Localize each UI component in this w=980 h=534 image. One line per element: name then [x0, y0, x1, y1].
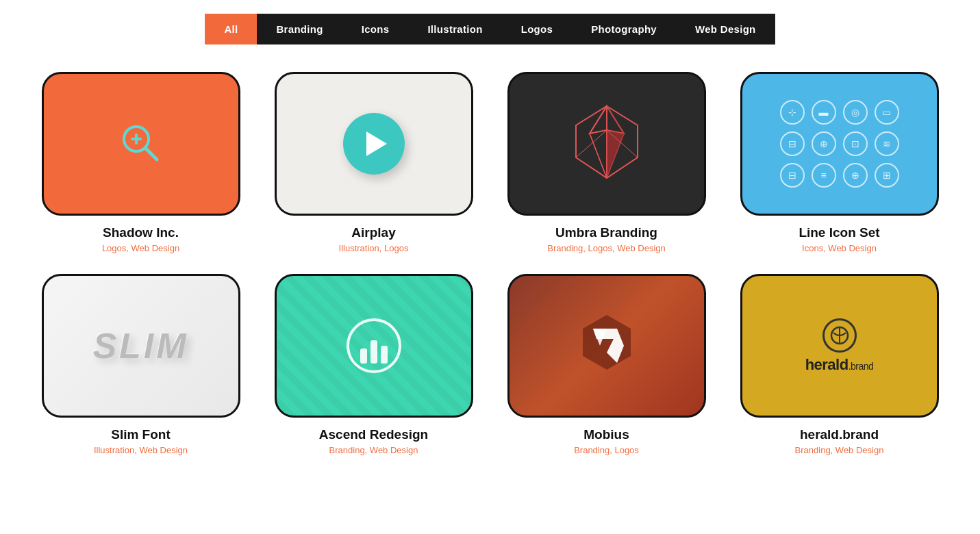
ascend-circle-icon [347, 318, 401, 373]
portfolio-title-herald-brand: herald.brand [800, 427, 879, 442]
portfolio-title-slim-font: Slim Font [111, 427, 171, 442]
icon-tablet: ▭ [875, 100, 899, 125]
icon-cursor: ⊹ [780, 100, 805, 125]
filter-btn-logos[interactable]: Logos [502, 14, 573, 44]
filter-btn-illustration[interactable]: Illustration [408, 14, 501, 44]
icon-lock: ⊕ [812, 131, 836, 156]
portfolio-thumb-slim-font[interactable]: SLIM [42, 274, 240, 418]
svg-line-3 [145, 148, 157, 160]
icon-wifi: ≋ [875, 131, 899, 156]
herald-emblem-icon [822, 318, 857, 353]
portfolio-tags-line-icon-set: Icons, Web Design [802, 243, 877, 253]
svg-line-12 [576, 130, 607, 157]
portfolio-item-shadow-inc: Shadow Inc. Logos, Web Design [38, 72, 244, 253]
portfolio-title-shadow-inc: Shadow Inc. [103, 225, 179, 240]
icon-battery: ⊟ [780, 163, 805, 188]
portfolio-tags-ascend: Branding, Web Design [329, 445, 418, 455]
portfolio-tags-herald-brand: Branding, Web Design [795, 445, 884, 455]
portfolio-title-mobius: Mobius [583, 427, 629, 442]
portfolio-item-airplay: Airplay Illustration, Logos [271, 72, 477, 253]
filter-navigation: All Branding Icons Illustration Logos Ph… [14, 14, 966, 44]
portfolio-tags-slim-font: Illustration, Web Design [94, 445, 188, 455]
icons-grid: ⊹ ▬ ◎ ▭ ⊟ ⊕ ⊡ ≋ ⊟ ≡ ⊕ ⊞ [780, 100, 899, 188]
portfolio-title-ascend: Ascend Redesign [319, 427, 428, 442]
portfolio-thumb-herald-brand[interactable]: herald.brand [740, 274, 939, 418]
mobius-logo-icon [573, 312, 641, 380]
portfolio-title-airplay: Airplay [351, 225, 395, 240]
portfolio-item-ascend: Ascend Redesign Branding, Web Design [271, 274, 477, 455]
icon-network: ⊕ [843, 163, 868, 188]
geometric-diamond-icon [562, 99, 651, 188]
filter-btn-all[interactable]: All [205, 14, 257, 44]
portfolio-thumb-line-icon-set[interactable]: ⊹ ▬ ◎ ▭ ⊟ ⊕ ⊡ ≋ ⊟ ≡ ⊕ ⊞ [740, 72, 939, 216]
filter-btn-icons[interactable]: Icons [342, 14, 409, 44]
portfolio-grid: Shadow Inc. Logos, Web Design Airplay Il… [18, 72, 963, 455]
portfolio-tags-airplay: Illustration, Logos [339, 243, 409, 253]
icon-monitor: ⊡ [843, 131, 868, 156]
portfolio-title-line-icon-set: Line Icon Set [799, 225, 879, 240]
icon-tv: ▬ [812, 100, 836, 125]
portfolio-item-mobius: Mobius Branding, Logos [504, 274, 709, 455]
filter-btn-branding[interactable]: Branding [257, 14, 342, 44]
icon-globe: ◎ [843, 100, 868, 125]
portfolio-item-line-icon-set: ⊹ ▬ ◎ ▭ ⊟ ⊕ ⊡ ≋ ⊟ ≡ ⊕ ⊞ Line Icon Set Ic… [737, 72, 942, 253]
portfolio-thumb-airplay[interactable] [275, 72, 473, 216]
portfolio-item-slim-font: SLIM Slim Font Illustration, Web Design [38, 274, 244, 455]
icon-gamepad: ⊞ [875, 163, 899, 188]
herald-shield-icon [830, 326, 849, 345]
bar-2 [370, 340, 377, 364]
slim-font-display: SLIM [92, 325, 188, 366]
svg-marker-7 [590, 106, 607, 178]
portfolio-item-umbra: Umbra Branding Branding, Logos, Web Desi… [504, 72, 709, 253]
bar-3 [381, 346, 388, 364]
icon-printer: ⊟ [780, 131, 805, 156]
search-plus-icon [117, 120, 165, 168]
filter-btn-photography[interactable]: Photography [572, 14, 676, 44]
portfolio-tags-umbra: Branding, Logos, Web Design [547, 243, 665, 253]
portfolio-thumb-shadow-inc[interactable] [42, 72, 240, 216]
svg-marker-13 [583, 315, 631, 370]
portfolio-tags-mobius: Branding, Logos [574, 445, 639, 455]
portfolio-thumb-mobius[interactable] [507, 274, 706, 418]
play-circle-icon [343, 113, 405, 175]
icon-keyboard: ≡ [812, 163, 836, 188]
portfolio-thumb-umbra[interactable] [507, 72, 706, 216]
herald-wordmark-suffix: .brand [849, 361, 874, 372]
filter-btn-web-design[interactable]: Web Design [676, 14, 775, 44]
portfolio-item-herald-brand: herald.brand herald.brand Branding, Web … [737, 274, 942, 455]
bar-1 [360, 348, 367, 364]
portfolio-tags-shadow-inc: Logos, Web Design [102, 243, 179, 253]
portfolio-title-umbra: Umbra Branding [555, 225, 657, 240]
portfolio-thumb-ascend[interactable] [275, 274, 473, 418]
herald-wordmark-text: herald.brand [805, 356, 874, 374]
play-triangle-icon [366, 131, 387, 156]
